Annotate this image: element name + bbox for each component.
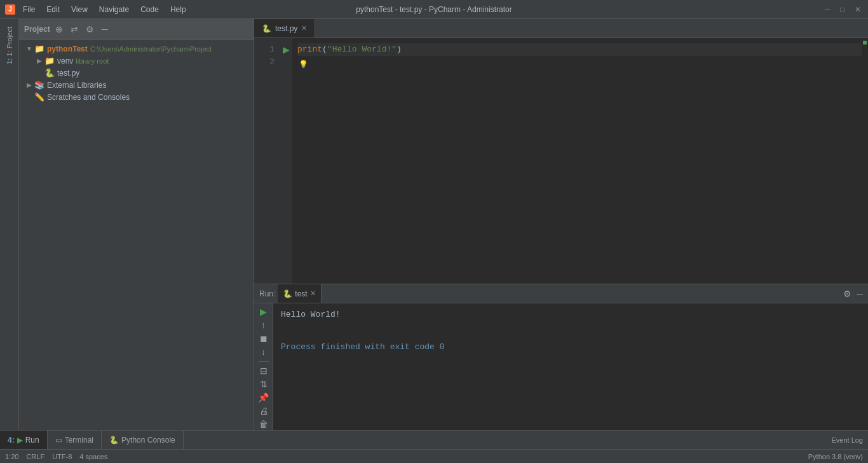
- tab-terminal-icon: ▭: [55, 436, 62, 445]
- tab-run[interactable]: 4: ▶ Run: [0, 431, 48, 449]
- expand-arrow: ▼: [24, 45, 34, 52]
- output-hello: Hello World!: [281, 308, 860, 321]
- menu-navigate[interactable]: Navigate: [94, 3, 134, 17]
- folder-icon: 📁: [34, 44, 44, 53]
- right-gutter: [862, 38, 868, 284]
- project-root-path: C:\Users\Administrator\PycharmProject: [90, 45, 212, 53]
- add-content-icon[interactable]: ⊕: [53, 23, 65, 36]
- menu-file[interactable]: File: [18, 3, 40, 17]
- app-logo: J: [5, 4, 15, 15]
- status-line-ending[interactable]: CRLF: [26, 453, 44, 460]
- bottom-tabs-bar: 4: ▶ Run ▭ Terminal 🐍 Python Console Eve…: [0, 430, 868, 449]
- run-output-panel: Run: 🐍 test ✕ ⚙ ─ ▶ ↑ ◼ ↓ ⊟ ⇅ �: [254, 284, 868, 430]
- run-gutter-button[interactable]: ▶: [283, 43, 290, 56]
- main-area: 1: 1: Project Project ⊕ ⇄ ⚙ ─ ▼ 📁 python…: [0, 19, 868, 430]
- maximize-button[interactable]: □: [837, 4, 848, 15]
- project-panel: Project ⊕ ⇄ ⚙ ─ ▼ 📁 pythonTest C:\Users\…: [19, 19, 254, 430]
- run-settings-icon[interactable]: ⚙: [843, 289, 851, 299]
- bottom-status-right: Event Log: [826, 436, 868, 444]
- editor-content: 1 2 ▶ print("Hello World!") 💡: [254, 38, 868, 284]
- expand-arrow: ▶: [24, 81, 34, 88]
- tab-terminal[interactable]: ▭ Terminal: [48, 431, 102, 449]
- minimize-button[interactable]: ─: [822, 4, 832, 15]
- tab-python-console[interactable]: 🐍 Python Console: [102, 431, 184, 449]
- run-pin[interactable]: 📌: [257, 392, 271, 403]
- tab-run-icon: ▶: [17, 436, 23, 445]
- tab-close-button[interactable]: ✕: [301, 24, 307, 32]
- tree-item-venv[interactable]: ▶ 📁 venv library root: [19, 55, 254, 67]
- menu-code[interactable]: Code: [135, 3, 164, 17]
- code-paren-open: (: [322, 43, 327, 56]
- code-paren-close: ): [397, 43, 402, 56]
- folder-icon: 📁: [44, 56, 55, 66]
- window-controls: ─ □ ✕: [822, 4, 863, 15]
- tab-run-num: 4:: [8, 436, 15, 445]
- menu-view[interactable]: View: [66, 3, 93, 17]
- event-log-button[interactable]: Event Log: [831, 436, 863, 444]
- status-python[interactable]: Python 3.8 (venv): [808, 453, 863, 460]
- editor-tab-testpy[interactable]: 🐍 test.py ✕: [254, 19, 315, 38]
- status-indent[interactable]: 4 spaces: [79, 453, 107, 460]
- window-title: pythonTest - test.py - PyCharm - Adminis…: [356, 5, 512, 14]
- code-string: "Hello World!": [327, 43, 397, 56]
- green-indicator: [863, 41, 867, 45]
- output-process: Process finished with exit code 0: [281, 341, 860, 354]
- code-line-1: print("Hello World!"): [297, 43, 862, 56]
- tab-run-label: Run: [25, 436, 39, 445]
- tab-python-icon: 🐍: [109, 436, 119, 445]
- tab-label: test.py: [275, 24, 297, 33]
- tree-item-scratches[interactable]: ✏️ Scratches and Consoles: [19, 91, 254, 103]
- settings-icon[interactable]: ⚙: [83, 23, 97, 36]
- run-play-button[interactable]: ▶: [257, 306, 271, 317]
- line-numbers: 1 2: [254, 38, 280, 284]
- project-root-label: pythonTest: [47, 45, 88, 53]
- run-tab-close[interactable]: ✕: [310, 289, 316, 298]
- tab-python-icon: 🐍: [262, 24, 271, 33]
- run-tab-label: test: [295, 289, 307, 298]
- python-file-icon: 🐍: [44, 68, 55, 78]
- scratches-icon: ✏️: [34, 92, 44, 102]
- run-delete[interactable]: 🗑: [257, 419, 271, 430]
- code-editor[interactable]: print("Hello World!") 💡: [292, 38, 862, 284]
- run-label: Run:: [259, 289, 275, 298]
- run-toolbar: ▶ ↑ ◼ ↓ ⊟ ⇅ 📌 🖨 🗑: [254, 303, 273, 430]
- tree-item-project-root[interactable]: ▼ 📁 pythonTest C:\Users\Administrator\Py…: [19, 43, 254, 55]
- tab-terminal-label: Terminal: [65, 436, 93, 445]
- run-sort[interactable]: ⇅: [257, 378, 271, 389]
- code-line-2: 💡: [297, 59, 862, 71]
- expand-arrow: ▶: [34, 57, 44, 64]
- lightbulb-icon[interactable]: 💡: [299, 59, 308, 71]
- project-tree: ▼ 📁 pythonTest C:\Users\Administrator\Py…: [19, 40, 254, 430]
- run-panel-content: ▶ ↑ ◼ ↓ ⊟ ⇅ 📌 🖨 🗑 Hello World! Process f…: [254, 303, 868, 430]
- sidebar-project-label: 1: Project: [6, 27, 13, 56]
- titlebar: J File Edit View Navigate Code Help pyth…: [0, 0, 868, 19]
- run-scroll-down[interactable]: ↓: [257, 346, 271, 357]
- tree-item-testpy[interactable]: 🐍 test.py: [19, 67, 254, 79]
- status-encoding[interactable]: UTF-8: [52, 453, 72, 460]
- line-num-1: 1: [254, 43, 275, 56]
- menu-help[interactable]: Help: [165, 3, 191, 17]
- tab-python-console-label: Python Console: [121, 436, 175, 445]
- testpy-label: test.py: [57, 69, 79, 78]
- close-button[interactable]: ✕: [853, 4, 863, 15]
- menu-edit[interactable]: Edit: [41, 3, 65, 17]
- titlebar-left: J File Edit View Navigate Code Help: [5, 3, 191, 17]
- status-right: Python 3.8 (venv): [808, 453, 863, 460]
- run-output: Hello World! Process finished with exit …: [273, 303, 868, 430]
- run-gutter: ▶: [280, 38, 292, 284]
- run-split-view[interactable]: ⊟: [257, 365, 271, 376]
- minimize-panel-icon[interactable]: ─: [99, 23, 111, 36]
- run-stop-button[interactable]: ◼: [257, 333, 271, 343]
- status-position[interactable]: 1:20: [5, 453, 18, 460]
- venv-sublabel: library root: [76, 57, 109, 65]
- run-tab-test[interactable]: 🐍 test ✕: [278, 284, 321, 303]
- sidebar-strip: 1: 1: Project: [0, 19, 19, 430]
- project-sidebar-tab[interactable]: 1: 1: Project: [6, 22, 13, 69]
- run-minimize-icon[interactable]: ─: [857, 289, 863, 299]
- tree-item-external-libs[interactable]: ▶ 📚 External Libraries: [19, 79, 254, 91]
- run-scroll-up[interactable]: ↑: [257, 319, 271, 330]
- menu-bar: File Edit View Navigate Code Help: [18, 3, 191, 17]
- sync-icon[interactable]: ⇄: [68, 23, 81, 36]
- run-print[interactable]: 🖨: [257, 406, 271, 417]
- toolbar-separator: [259, 361, 269, 362]
